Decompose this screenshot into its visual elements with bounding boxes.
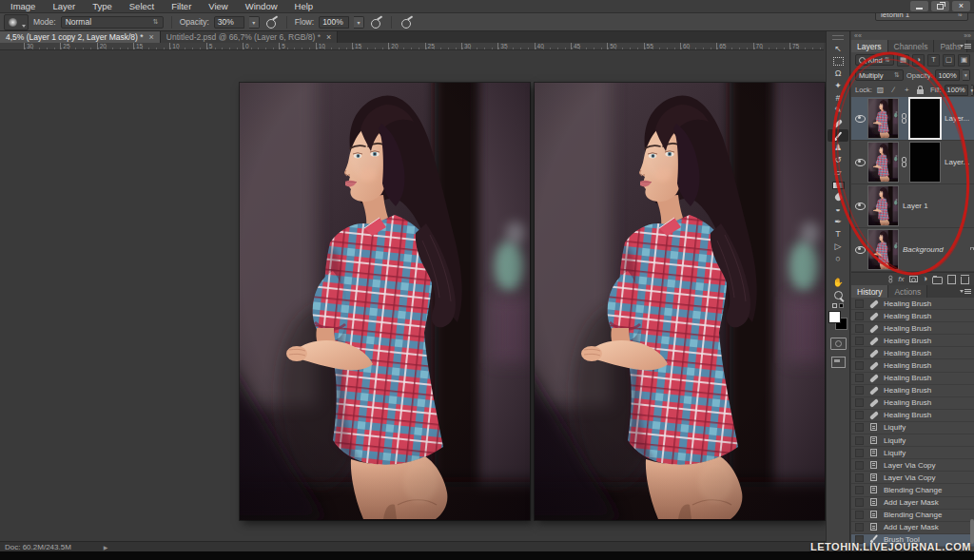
visibility-toggle[interactable] (854, 246, 866, 254)
type-layer-filter-icon[interactable]: T (927, 54, 940, 67)
tab-close-icon[interactable]: × (149, 32, 154, 42)
layer-row[interactable]: Layer... (851, 141, 974, 184)
clone-stamp-tool[interactable]: ♟ (828, 142, 848, 154)
history-entry[interactable]: Healing Brush (851, 347, 974, 359)
history-source-checkbox[interactable] (855, 361, 864, 370)
history-source-checkbox[interactable] (855, 461, 864, 470)
minimize-button[interactable] (910, 1, 928, 11)
lock-position-icon[interactable]: + (902, 85, 912, 95)
history-source-checkbox[interactable] (855, 486, 864, 494)
quick-selection-tool[interactable]: ✦ (828, 80, 848, 92)
link-layers-icon[interactable] (888, 275, 892, 282)
history-entry[interactable]: Healing Brush (851, 322, 974, 335)
panel-tab[interactable]: History (851, 285, 888, 298)
history-entry[interactable]: Add Layer Mask (851, 522, 974, 534)
layer-thumbnail[interactable] (868, 230, 898, 269)
add-layer-mask-icon[interactable] (909, 276, 918, 282)
history-entry[interactable]: Healing Brush (851, 310, 974, 322)
history-source-checkbox[interactable] (855, 337, 864, 345)
visibility-toggle[interactable] (854, 203, 866, 210)
photo-right[interactable] (535, 83, 825, 520)
layer-row[interactable]: Layer... (851, 97, 974, 141)
history-entry[interactable]: Liquify (851, 434, 974, 447)
tab-close-icon[interactable]: × (326, 32, 331, 42)
pressure-size-icon[interactable] (399, 15, 414, 29)
menu-item[interactable]: Window (237, 0, 286, 13)
menu-item[interactable]: Filter (163, 0, 200, 13)
collapse-panels-icon[interactable]: «« (854, 31, 862, 40)
history-source-checkbox[interactable] (855, 511, 864, 519)
history-entry[interactable]: Layer Via Copy (851, 472, 974, 484)
move-tool[interactable]: ↖ (828, 43, 848, 55)
history-entry[interactable]: Healing Brush (851, 397, 974, 410)
layer-name[interactable]: Layer... (945, 114, 971, 123)
history-source-checkbox[interactable] (855, 411, 864, 419)
history-entry[interactable]: Healing Brush (851, 298, 974, 310)
history-source-checkbox[interactable] (855, 423, 864, 432)
new-adjustment-layer-icon[interactable]: ◑ (923, 275, 927, 283)
layer-row[interactable]: Background (851, 228, 974, 272)
airbrush-icon[interactable] (369, 15, 383, 29)
panel-grip-icon[interactable] (832, 35, 844, 40)
gradient-tool[interactable] (828, 179, 848, 191)
history-entry[interactable]: Healing Brush (851, 385, 974, 397)
shape-layer-filter-icon[interactable]: ▢ (943, 54, 955, 67)
history-source-checkbox[interactable] (855, 473, 864, 482)
eraser-tool[interactable]: ▱ (828, 166, 848, 179)
screen-mode-button[interactable] (831, 357, 846, 368)
layer-thumbnail[interactable] (868, 143, 898, 182)
status-menu-arrow-icon[interactable]: ▶ (104, 544, 108, 550)
foreground-color-swatch[interactable] (828, 311, 841, 323)
history-entry[interactable]: Blending Change (851, 484, 974, 496)
ellipse-tool[interactable]: ○ (828, 253, 848, 265)
history-source-checkbox[interactable] (855, 374, 864, 382)
expand-panels-icon[interactable]: »» (964, 31, 971, 40)
opacity-dropdown-icon[interactable]: ▾ (249, 16, 260, 29)
lock-all-icon[interactable] (915, 85, 925, 95)
crop-tool[interactable]: # (828, 92, 848, 105)
panel-menu-icon[interactable] (960, 288, 971, 296)
menu-item[interactable]: Type (84, 0, 121, 13)
new-layer-icon[interactable] (947, 275, 956, 284)
panel-tab[interactable]: Layers (851, 40, 888, 52)
layer-name[interactable]: Layer... (945, 158, 971, 166)
new-group-icon[interactable] (932, 277, 943, 284)
history-entry[interactable]: Healing Brush (851, 335, 974, 347)
history-brush-tool[interactable]: ↺ (828, 154, 848, 166)
kind-filter-select[interactable]: Kind ⇅ (855, 54, 894, 66)
lock-transparency-icon[interactable]: ▨ (875, 85, 886, 95)
color-swatches[interactable] (828, 311, 847, 330)
fill-dropdown-icon[interactable]: ▾ (971, 85, 974, 96)
layer-opacity-dropdown-icon[interactable]: ▾ (963, 69, 970, 81)
menu-item[interactable]: Help (286, 0, 322, 13)
layer-mask-thumbnail[interactable] (910, 99, 940, 138)
flow-input[interactable]: 100% (319, 16, 349, 29)
spot-healing-brush-tool[interactable] (828, 117, 848, 129)
layer-mask-thumbnail[interactable] (910, 143, 940, 182)
layer-name[interactable]: Layer 1 (903, 202, 971, 210)
layer-opacity-input[interactable]: 100% (935, 69, 959, 81)
history-source-checkbox[interactable] (855, 386, 864, 395)
history-source-checkbox[interactable] (855, 324, 864, 333)
pen-tool[interactable]: ✒ (828, 216, 848, 228)
history-entry[interactable]: Healing Brush (851, 410, 974, 422)
dodge-tool[interactable]: ◒ (828, 203, 848, 216)
history-source-checkbox[interactable] (855, 299, 864, 308)
quick-mask-button[interactable] (830, 338, 847, 350)
document-tab[interactable]: Untitled-2.psd @ 66,7% (Layer 6, RGB/8) … (161, 31, 338, 43)
layer-thumbnail[interactable] (868, 186, 898, 225)
opacity-input[interactable]: 30% (214, 16, 244, 29)
visibility-toggle[interactable] (854, 115, 866, 123)
path-selection-tool[interactable]: ▷ (828, 241, 848, 253)
brush-tool[interactable] (828, 129, 848, 142)
adjustment-layer-filter-icon[interactable]: ◑ (912, 54, 925, 67)
panel-tab[interactable]: Actions (888, 285, 927, 298)
pixel-layer-filter-icon[interactable]: ▦ (897, 54, 909, 67)
hand-tool[interactable]: ✋ (828, 277, 848, 289)
fill-input[interactable]: 100% (945, 85, 968, 96)
lasso-tool[interactable]: Ω (828, 68, 848, 80)
close-button[interactable]: × (952, 1, 970, 11)
layer-name[interactable]: Background (903, 245, 966, 254)
blend-mode-select[interactable]: Multiply ⇅ (855, 69, 904, 81)
default-colors-icon[interactable] (832, 303, 844, 308)
